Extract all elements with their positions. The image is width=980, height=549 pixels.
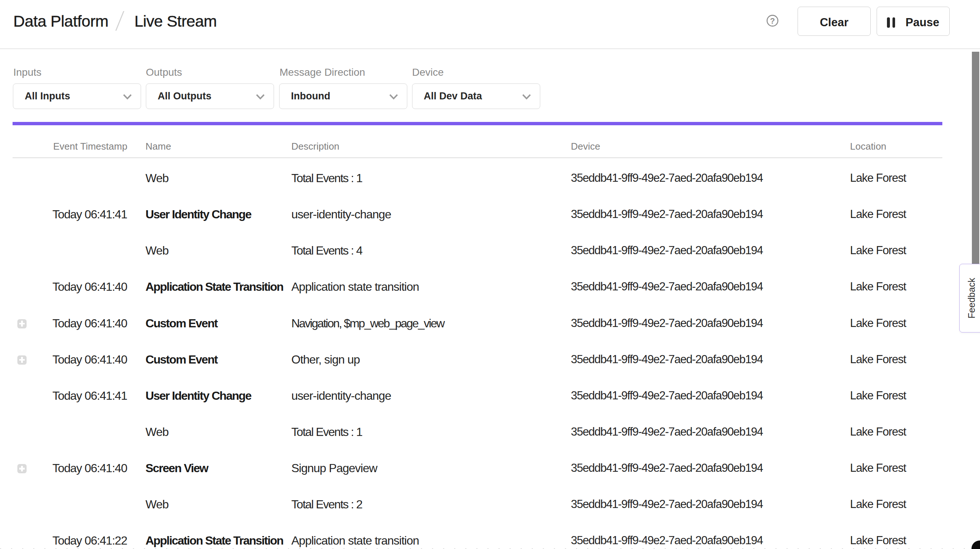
svg-text:?: ? bbox=[770, 16, 775, 26]
